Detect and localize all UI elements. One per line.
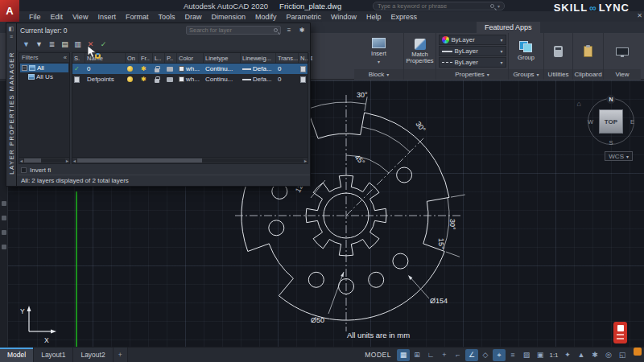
scroll-left-icon[interactable]: ◂ xyxy=(20,158,23,163)
layer-on-icon[interactable] xyxy=(127,66,133,72)
clipboard-panel-label[interactable]: Clipboard xyxy=(573,69,603,80)
tab-layout1[interactable]: Layout1 xyxy=(34,348,73,362)
help-search-input[interactable] xyxy=(378,2,487,10)
layer-freeze-icon[interactable]: ✱ xyxy=(141,76,147,83)
object-color-select[interactable]: ByLayer ▾ xyxy=(439,35,506,45)
layer-row-defpoints[interactable]: Defpoints ✱ wh... Continu... Defa... 0 xyxy=(72,74,308,84)
palette-titlebar[interactable]: ◧ ≡ LAYER PROPERTIES MANAGER xyxy=(6,23,17,187)
layer-name[interactable]: 0 xyxy=(85,65,126,72)
filter-all-used[interactable]: All Us xyxy=(20,72,68,81)
infer-constraints-icon[interactable]: ∟ xyxy=(424,349,437,361)
viewcube[interactable]: N W E S TOP xyxy=(588,98,634,145)
properties-panel-label[interactable]: Properties▾ xyxy=(436,69,508,80)
paste-button[interactable] xyxy=(584,46,592,57)
collapse-filters-button[interactable]: « xyxy=(64,54,67,61)
lineweight-select[interactable]: ByLayer ▾ xyxy=(439,46,506,56)
match-properties-button[interactable]: Match Properties xyxy=(406,39,435,64)
close-window-button[interactable]: ✕ xyxy=(637,12,642,19)
table-hscrollbar[interactable]: ◂ ▸ xyxy=(72,157,308,163)
menu-item-draw[interactable]: Draw xyxy=(180,13,206,21)
menu-item-view[interactable]: View xyxy=(68,13,93,21)
tab-layout2[interactable]: Layout2 xyxy=(73,348,113,362)
home-icon[interactable]: ⌂ xyxy=(577,100,581,108)
collapse-node-icon[interactable]: − xyxy=(22,65,27,71)
menu-item-modify[interactable]: Modify xyxy=(250,13,282,21)
linetype-select[interactable]: ByLayer ▾ xyxy=(439,57,506,68)
layer-table-header[interactable]: S. Name On Fr.. L.. P.. Color Linetype L… xyxy=(72,53,308,64)
utilities-panel-label[interactable]: Utilities xyxy=(544,69,572,80)
viewcube-south[interactable]: S xyxy=(609,139,613,146)
menu-item-edit[interactable]: Edit xyxy=(46,13,68,21)
new-property-filter-icon[interactable]: ▼ xyxy=(21,39,31,49)
menu-item-tools[interactable]: Tools xyxy=(153,13,180,21)
new-layout-button[interactable]: + xyxy=(114,348,128,362)
grid-icon[interactable]: ▦ xyxy=(397,349,410,361)
clean-screen-icon[interactable]: ◱ xyxy=(616,349,629,361)
isodraft-icon[interactable]: ◇ xyxy=(479,349,492,361)
view-button[interactable] xyxy=(616,47,629,56)
block-panel-label[interactable]: Block▾ xyxy=(354,69,403,80)
help-search[interactable]: ▾ xyxy=(373,2,505,10)
menu-item-parametric[interactable]: Parametric xyxy=(282,13,327,21)
layer-on-icon[interactable] xyxy=(127,76,133,82)
snap-icon[interactable]: ⊞ xyxy=(411,349,423,361)
layer-freeze-icon[interactable]: ✱ xyxy=(141,65,147,72)
chevron-down-icon[interactable]: ▾ xyxy=(497,3,500,9)
menu-item-express[interactable]: Express xyxy=(386,13,423,21)
annotation-visibility-icon[interactable]: ✦ xyxy=(561,349,574,361)
layer-lock-icon[interactable] xyxy=(155,79,159,83)
vp-freeze-icon[interactable] xyxy=(300,76,306,83)
layer-search[interactable] xyxy=(186,26,281,35)
scroll-right-icon[interactable]: ▸ xyxy=(66,158,68,163)
model-space-button[interactable]: MODEL xyxy=(359,348,397,362)
color-swatch[interactable] xyxy=(179,66,184,72)
viewcube-top-face[interactable]: TOP xyxy=(599,109,623,134)
layer-plot-icon[interactable] xyxy=(167,77,173,82)
layer-transparency[interactable]: 0 xyxy=(276,76,299,83)
layer-search-input[interactable] xyxy=(189,27,272,34)
view-panel-label[interactable]: View xyxy=(604,69,641,80)
layer-row-0[interactable]: ✓ 0 ✱ wh... Continu... Defa... 0 xyxy=(72,64,308,74)
menu-item-insert[interactable]: Insert xyxy=(93,13,121,21)
filter-all[interactable]: − All xyxy=(20,64,68,72)
layer-plot-icon[interactable] xyxy=(167,67,173,72)
search-icon[interactable] xyxy=(274,28,278,32)
menu-item-window[interactable]: Window xyxy=(326,13,361,21)
color-swatch[interactable] xyxy=(179,76,184,82)
menu-item-help[interactable]: Help xyxy=(361,13,386,21)
scroll-right-icon[interactable]: ▸ xyxy=(304,158,307,163)
insert-block-button[interactable]: Insert ▾ xyxy=(371,38,386,64)
wcs-selector[interactable]: WCS ▾ xyxy=(605,151,633,161)
transparency-icon[interactable]: ▨ xyxy=(520,349,533,361)
search-icon[interactable] xyxy=(490,4,494,8)
palette-autohide-icon[interactable]: ≡ xyxy=(10,34,13,39)
tab-model[interactable]: Model xyxy=(0,348,34,362)
autocad-logo-icon[interactable]: A xyxy=(0,0,19,22)
lineweight-icon[interactable]: ≡ xyxy=(506,349,519,361)
layer-linetype[interactable]: Continu... xyxy=(204,76,241,83)
recording-badge[interactable] xyxy=(613,322,627,343)
palette-settings-icon[interactable]: ✱ xyxy=(297,26,307,35)
new-layer-icon[interactable]: ▤ xyxy=(60,39,70,49)
scroll-left-icon[interactable]: ◂ xyxy=(73,158,76,163)
polar-tracking-icon[interactable]: ∠ xyxy=(465,349,478,361)
viewcube-west[interactable]: W xyxy=(588,118,593,125)
palette-properties-icon[interactable]: ◧ xyxy=(9,26,14,31)
layer-lock-icon[interactable] xyxy=(155,68,159,72)
menu-item-file[interactable]: File xyxy=(24,13,46,21)
annotation-monitor-icon[interactable]: ◎ xyxy=(602,349,615,361)
layer-states-toggle-icon[interactable]: ≡ xyxy=(284,26,294,35)
vp-freeze-icon[interactable] xyxy=(300,66,306,72)
viewcube-east[interactable]: E xyxy=(630,118,634,125)
annotation-scale-label[interactable]: 1:1 xyxy=(547,349,560,361)
new-layer-vp-freeze-icon[interactable]: ▥ xyxy=(72,39,83,49)
menu-item-dimension[interactable]: Dimension xyxy=(206,13,250,21)
invert-filter-checkbox[interactable] xyxy=(21,167,27,173)
corner-badge-icon[interactable] xyxy=(634,348,642,356)
filters-hscrollbar[interactable]: ◂ ▸ xyxy=(19,157,69,163)
layer-name[interactable]: Defpoints xyxy=(85,76,126,83)
ortho-icon[interactable]: ⌐ xyxy=(452,349,464,361)
tab-featured-apps[interactable]: Featured Apps xyxy=(477,22,540,33)
layer-states-manager-icon[interactable]: ≣ xyxy=(47,39,57,49)
quick-calculator-button[interactable] xyxy=(554,46,563,57)
